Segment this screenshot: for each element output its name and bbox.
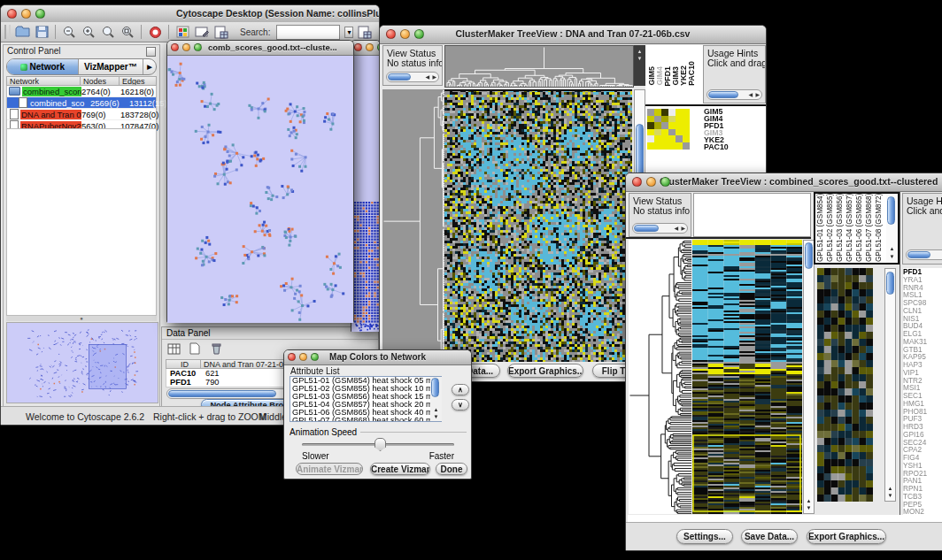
vizmapper-icon[interactable]	[174, 24, 190, 40]
zoom-button[interactable]	[660, 177, 670, 187]
tv2-gene-list[interactable]: PFD1YRA1RNR4MSL1SPC98CLN1NIS1BUD4ELG1MAK…	[903, 268, 942, 516]
zoom-button[interactable]	[311, 353, 319, 361]
import-table-icon[interactable]	[213, 24, 229, 40]
tv2-settings-button[interactable]: Settings...	[676, 529, 733, 544]
animate-vizmap-button[interactable]: Animate Vizmap	[296, 463, 363, 475]
zoom-button[interactable]	[194, 43, 202, 51]
attribute-list-item[interactable]: GPL51-03 (GSM856) heat shock 15 min	[290, 393, 441, 401]
done-button[interactable]: Done	[436, 463, 467, 475]
tv1-usage-hscrollbar[interactable]: ◀▶	[706, 89, 762, 100]
attribute-list-item[interactable]: GPL51-04 (GSM857) heat shock 20 min	[290, 401, 441, 409]
tv2-zoom-heatmap[interactable]	[817, 268, 873, 502]
zoom-fit-icon[interactable]	[120, 24, 135, 40]
search-dropdown-arrow[interactable]: ▾	[344, 27, 353, 38]
birdseye-view[interactable]	[6, 322, 158, 403]
network-table-row[interactable]: combined_sco2569(6)13112(15)	[7, 97, 156, 109]
attribute-list-item[interactable]: GPL51-07 (GSM868) heat shock 60 min	[290, 417, 441, 422]
tv2-save-data-button[interactable]: Save Data...	[741, 529, 798, 544]
close-button[interactable]	[7, 9, 17, 19]
annotation-icon[interactable]	[194, 24, 210, 40]
tab-network[interactable]: Network	[7, 59, 79, 74]
tab-vizmapper[interactable]: VizMapper™	[79, 59, 143, 74]
search-input[interactable]	[276, 25, 340, 40]
open-file-icon[interactable]	[14, 24, 30, 40]
tab-overflow-arrow[interactable]: ▶	[143, 59, 156, 74]
gene-label[interactable]: BUD4	[903, 322, 942, 330]
gene-label[interactable]: HAP3	[903, 361, 942, 369]
main-titlebar[interactable]: Cytoscape Desktop (Session Name: collins…	[1, 5, 379, 23]
gene-label[interactable]: VIP1	[903, 369, 942, 377]
gene-label[interactable]: SEC24	[903, 439, 942, 447]
close-button[interactable]	[171, 43, 179, 51]
zoom-button[interactable]	[35, 9, 45, 19]
gene-label[interactable]: NTR2	[903, 377, 942, 385]
tv1-column-dendrogram[interactable]	[444, 45, 634, 88]
attribute-list-vscrollbar[interactable]: ▲▼	[430, 377, 442, 421]
move-down-button[interactable]: ∨	[452, 399, 469, 410]
gene-label[interactable]: CPA2	[903, 446, 942, 454]
tv1-status-hscrollbar[interactable]: ◀▶	[386, 72, 439, 82]
tv1-export-graphics-button[interactable]: Export Graphics...	[507, 364, 583, 378]
attribute-list-item[interactable]: GPL51-01 (GSM854) heat shock 05 min	[290, 377, 441, 385]
gene-label[interactable]: RNR4	[903, 284, 942, 292]
zoom-out-icon[interactable]	[61, 24, 77, 40]
tv2-status-hscrollbar[interactable]: ◀▶	[632, 223, 688, 234]
gene-label[interactable]: HRD3	[903, 423, 942, 431]
zoom-button[interactable]	[414, 29, 424, 39]
gene-label[interactable]: SPC98	[903, 299, 942, 307]
close-button[interactable]	[354, 43, 362, 51]
tv1-heatmap[interactable]	[444, 89, 632, 362]
tv2-export-graphics-button[interactable]: Export Graphics...	[807, 529, 886, 544]
speed-slider-thumb[interactable]	[374, 438, 386, 451]
gene-label[interactable]: HMG1	[903, 400, 942, 408]
gene-label[interactable]: PUF3	[903, 415, 942, 423]
minimize-button[interactable]	[400, 29, 410, 39]
import-table-icon[interactable]	[357, 24, 373, 40]
create-vizmap-button[interactable]: Create Vizmap	[370, 463, 430, 475]
attribute-list-item[interactable]: GPL51-06 (GSM865) heat shock 40 min	[290, 409, 441, 417]
gene-label[interactable]: YSH1	[903, 462, 942, 470]
minimize-button[interactable]	[182, 43, 190, 51]
gene-label[interactable]: YRA1	[903, 276, 942, 284]
gene-label[interactable]: FIG4	[903, 454, 942, 462]
minimize-button[interactable]	[21, 9, 31, 19]
network-view-canvas[interactable]	[167, 56, 353, 323]
gene-label[interactable]: MSL1	[903, 291, 942, 299]
gene-label[interactable]: KAP95	[903, 353, 942, 361]
gene-label[interactable]: GPI16	[903, 431, 942, 439]
gene-label[interactable]: TCB3	[903, 493, 942, 501]
tv2-labels-vscrollbar[interactable]: ▲▼	[886, 194, 898, 263]
minimize-button[interactable]	[366, 43, 374, 51]
attribute-table-icon[interactable]	[166, 341, 181, 357]
delete-attribute-icon[interactable]	[208, 341, 224, 357]
network-table-row[interactable]: combined_scores_2764(0)16218(0)	[7, 86, 156, 97]
tv2-heatmap-vscrollbar[interactable]: ▲▼	[803, 240, 815, 514]
new-attribute-icon[interactable]	[187, 341, 203, 357]
save-icon[interactable]	[34, 24, 50, 40]
tv2-row-dendrogram[interactable]	[629, 240, 691, 514]
minimize-button[interactable]	[646, 177, 656, 187]
gene-label[interactable]: GTB1	[903, 346, 942, 354]
tv1-zoom-heatmap[interactable]	[647, 109, 690, 150]
tv1-row-dendrogram[interactable]	[382, 89, 444, 362]
move-up-button[interactable]: ∧	[452, 384, 469, 395]
help-ring-icon[interactable]	[147, 24, 163, 40]
gene-label[interactable]: PEP5	[903, 501, 942, 509]
gene-label[interactable]: ELG1	[903, 330, 942, 338]
close-button[interactable]	[632, 177, 642, 187]
tv2-zoom-vscrollbar[interactable]: ▲▼	[884, 268, 896, 502]
gene-label[interactable]: PHO81	[903, 408, 942, 416]
zoom-one-icon[interactable]	[100, 24, 116, 40]
tv1-scroll-corner[interactable]: ▲▼	[634, 45, 645, 86]
gene-label[interactable]: MAK31	[903, 338, 942, 346]
attribute-list-item[interactable]: GPL51-02 (GSM855) heat shock 10 min	[290, 385, 441, 393]
gene-label[interactable]: CLN1	[903, 307, 942, 315]
gene-label[interactable]: RPO21	[903, 470, 942, 478]
minimize-button[interactable]	[299, 353, 307, 361]
network-view-canvas-2[interactable]	[351, 56, 380, 332]
gene-label[interactable]: PFD1	[903, 268, 942, 276]
close-button[interactable]	[386, 29, 396, 39]
gene-label[interactable]: SEC1	[903, 392, 942, 400]
zoom-in-icon[interactable]	[81, 24, 97, 40]
close-button[interactable]	[288, 353, 296, 361]
